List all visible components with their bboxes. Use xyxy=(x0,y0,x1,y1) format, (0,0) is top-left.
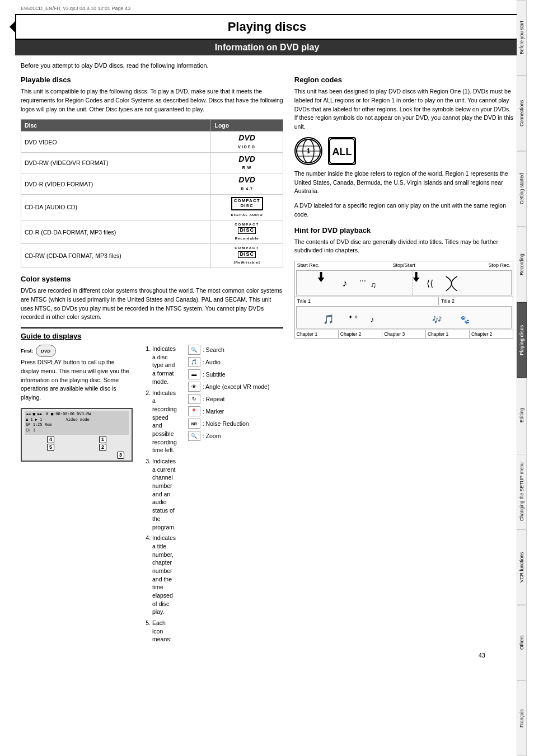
diagram-chapters-row: Chapter 1 Chapter 2 Chapter 3 Chapter 1 … xyxy=(295,330,513,338)
ch2-title2: Chapter 2 xyxy=(470,330,513,338)
sidebar-tab-before-you-start[interactable]: Before you start xyxy=(517,0,527,76)
sidebar-tab-getting-started[interactable]: Getting started xyxy=(517,151,527,227)
audio-icon: 🎵 xyxy=(188,357,200,367)
sidebar-tab-francais[interactable]: Français xyxy=(517,680,527,756)
sidebar-tab-setup[interactable]: Changing the SETUP menu xyxy=(517,454,527,529)
svg-marker-13 xyxy=(413,272,419,282)
disc-logo-cdda: COMPACTDISC DIGITAL AUDIO xyxy=(211,194,283,220)
svg-text:⋯: ⋯ xyxy=(359,277,366,285)
list-item-1: Indicates a disc type and a format mode. xyxy=(152,345,177,386)
table-row: CD-RW (CD-DA FORMAT, MP3 files) COMPACT … xyxy=(21,244,283,268)
press-display-text: Press DISPLAY button to call up the disp… xyxy=(21,358,133,402)
stop-start-label: Stop/Start xyxy=(393,262,415,268)
display-num-5: 5 xyxy=(47,444,54,451)
table-row: DVD VIDEO DVD VIDEO xyxy=(21,132,283,153)
sidebar-tab-editing[interactable]: Editing xyxy=(517,378,527,453)
color-systems-title: Color systems xyxy=(21,275,283,283)
table-row: CD-R (CD-DA FORMAT, MP3 files) COMPACT D… xyxy=(21,220,283,244)
svg-text:🐾: 🐾 xyxy=(460,315,470,325)
icon-angle: 👁 : Angle (except VR mode) xyxy=(188,382,283,392)
guide-middle: Indicates a disc type and a format mode.… xyxy=(144,345,177,646)
table-row: DVD-R (VIDEO FORMAT) DVD R 4.7 xyxy=(21,173,283,195)
list-item-2: Indicates a recording speed and possible… xyxy=(152,389,177,455)
svg-text:♫: ♫ xyxy=(370,280,376,289)
sub-title-box: Information on DVD play xyxy=(15,40,519,55)
playable-discs-text: This unit is compatible to play the foll… xyxy=(21,87,283,114)
display-num-3: 3 xyxy=(117,452,124,459)
sidebar-tab-recording[interactable]: Recording xyxy=(517,227,527,302)
disc-logo-cdr: COMPACT DISC Recordable xyxy=(211,220,283,244)
file-info: E9501CD_EN/FR_v3.qx3 04.8.10 12:01 Page … xyxy=(21,6,519,11)
table-row: DVD-RW (VIDEO/VR FORMAT) DVD R W xyxy=(21,152,283,173)
display-num-2: 2 xyxy=(99,444,106,451)
left-column: Playable discs This unit is compatible t… xyxy=(21,76,283,646)
title2-cell: Title 2 xyxy=(439,297,513,305)
angle-icon: 👁 xyxy=(188,382,200,392)
stop-rec-label: Stop Rec. xyxy=(488,262,510,268)
guide-displays-divider xyxy=(21,327,283,328)
disc-name-cdda: CD-DA (AUDIO CD) xyxy=(21,194,211,220)
sidebar-tab-vcr[interactable]: VCR functions xyxy=(517,529,527,605)
color-systems-text: DVDs are recorded in different color sys… xyxy=(21,287,283,322)
guide-left: First: DVD Press DISPLAY button to call … xyxy=(21,345,133,646)
ch1-title2: Chapter 1 xyxy=(426,330,470,338)
icon-search: 🔍 : Search xyxy=(188,345,283,355)
svg-text:♪: ♪ xyxy=(342,278,347,289)
sidebar-tab-connections[interactable]: Connections xyxy=(517,76,527,151)
icon-zoom: 🔍 : Zoom xyxy=(188,431,283,441)
guide-right: 🔍 : Search 🎵 : Audio ▬ : Subtitle 👁 xyxy=(188,345,283,646)
marker-icon: 📍 xyxy=(188,406,200,416)
icon-list: 🔍 : Search 🎵 : Audio ▬ : Subtitle 👁 xyxy=(188,345,283,441)
color-systems-section: Color systems DVDs are recorded in diffe… xyxy=(21,275,283,322)
icon-subtitle: ▬ : Subtitle xyxy=(188,369,283,379)
subtitle-icon: ▬ xyxy=(188,369,200,379)
sidebar-tab-playing-discs[interactable]: Playing discs xyxy=(517,302,527,378)
first-label: First: DVD xyxy=(21,345,133,357)
table-row: CD-DA (AUDIO CD) COMPACTDISC DIGITAL AUD… xyxy=(21,194,283,220)
svg-text:1: 1 xyxy=(306,147,310,155)
region-codes-text3: A DVD labeled for a specific region can … xyxy=(294,201,513,219)
ch1-title1: Chapter 1 xyxy=(295,330,339,338)
search-icon: 🔍 xyxy=(188,345,200,355)
display-num-4: 4 xyxy=(47,436,54,443)
ch3-title1: Chapter 3 xyxy=(382,330,426,338)
svg-text:⟨⟨: ⟨⟨ xyxy=(426,279,433,288)
disc-name-dvdrw: DVD-RW (VIDEO/VR FORMAT) xyxy=(21,152,211,173)
svg-marker-8 xyxy=(317,272,324,282)
hint-dvd-title: Hint for DVD playback xyxy=(294,226,513,234)
disc-name-dvdvideo: DVD VIDEO xyxy=(21,132,211,153)
table-header-logo: Logo xyxy=(211,120,283,132)
icon-repeat: ↻ : Repeat xyxy=(188,394,283,404)
table-header-disc: Disc xyxy=(21,120,211,132)
disc-logo-dvdrw: DVD R W xyxy=(211,152,283,173)
guide-displays-title: Guide to displays xyxy=(21,332,283,340)
sub-title: Information on DVD play xyxy=(15,43,519,53)
region-codes-title: Region codes xyxy=(294,76,513,84)
region-codes-text1: This unit has been designed to play DVD … xyxy=(294,87,513,132)
repeat-icon: ↻ xyxy=(188,394,200,404)
disc-logo-dvdr: DVD R 4.7 xyxy=(211,173,283,195)
guide-displays-inner: First: DVD Press DISPLAY button to call … xyxy=(21,345,283,646)
numbered-list: Indicates a disc type and a format mode.… xyxy=(144,345,177,644)
list-item-5: Each icon means: xyxy=(152,619,177,644)
svg-text:🎶: 🎶 xyxy=(432,315,442,325)
page-number: 43 xyxy=(15,652,485,659)
start-rec-label: Start Rec. xyxy=(297,262,320,268)
dvd-disc-icon: DVD xyxy=(36,345,56,357)
icon-noise-reduction: NR : Noise Reduction xyxy=(188,419,283,429)
disc-table: Disc Logo DVD VIDEO DVD VIDEO xyxy=(21,119,283,268)
right-column: Region codes This unit has been designed… xyxy=(294,76,513,646)
content-area: Playable discs This unit is compatible t… xyxy=(21,76,513,646)
svg-text:🎵: 🎵 xyxy=(322,314,334,325)
svg-text:ALL: ALL xyxy=(332,146,352,157)
diagram-icons-row2: 🎵 ✦ ✧ ♪ 🎶 🐾 xyxy=(296,306,512,328)
playable-discs-title: Playable discs xyxy=(21,76,283,84)
disc-logo-dvdvideo: DVD VIDEO xyxy=(211,132,283,153)
list-item-4: Indicates a title number, chapter number… xyxy=(152,534,177,616)
globe-all-icon: ALL xyxy=(328,137,356,165)
sidebar-tab-others[interactable]: Others xyxy=(517,605,527,680)
icon-marker: 📍 : Marker xyxy=(188,406,283,416)
disc-name-dvdr: DVD-R (VIDEO FORMAT) xyxy=(21,173,211,195)
list-item-3: Indicates a current channel number and a… xyxy=(152,457,177,531)
title1-cell: Title 1 xyxy=(295,297,439,305)
